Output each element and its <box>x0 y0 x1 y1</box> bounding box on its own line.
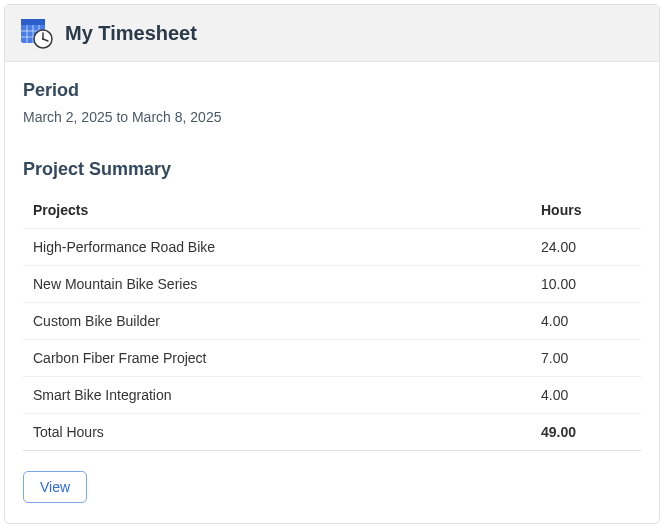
table-header-row: Projects Hours <box>23 192 641 229</box>
project-cell: High-Performance Road Bike <box>23 229 531 266</box>
total-hours: 49.00 <box>531 414 641 451</box>
col-projects: Projects <box>23 192 531 229</box>
project-cell: Custom Bike Builder <box>23 303 531 340</box>
project-cell: New Mountain Bike Series <box>23 266 531 303</box>
timesheet-clock-icon <box>21 17 53 49</box>
hours-cell: 4.00 <box>531 377 641 414</box>
period-label: Period <box>23 80 641 101</box>
card-header: My Timesheet <box>5 5 659 62</box>
hours-cell: 7.00 <box>531 340 641 377</box>
table-total-row: Total Hours 49.00 <box>23 414 641 451</box>
project-summary-table: Projects Hours High-Performance Road Bik… <box>23 192 641 451</box>
project-cell: Smart Bike Integration <box>23 377 531 414</box>
table-row: Carbon Fiber Frame Project 7.00 <box>23 340 641 377</box>
summary-label: Project Summary <box>23 159 641 180</box>
hours-cell: 10.00 <box>531 266 641 303</box>
card-body: Period March 2, 2025 to March 8, 2025 Pr… <box>5 62 659 523</box>
table-row: Smart Bike Integration 4.00 <box>23 377 641 414</box>
col-hours: Hours <box>531 192 641 229</box>
table-row: High-Performance Road Bike 24.00 <box>23 229 641 266</box>
table-row: Custom Bike Builder 4.00 <box>23 303 641 340</box>
period-text: March 2, 2025 to March 8, 2025 <box>23 109 641 125</box>
svg-point-10 <box>42 38 44 40</box>
hours-cell: 4.00 <box>531 303 641 340</box>
svg-rect-1 <box>21 19 45 25</box>
table-row: New Mountain Bike Series 10.00 <box>23 266 641 303</box>
hours-cell: 24.00 <box>531 229 641 266</box>
project-cell: Carbon Fiber Frame Project <box>23 340 531 377</box>
total-label: Total Hours <box>23 414 531 451</box>
view-button[interactable]: View <box>23 471 87 503</box>
timesheet-card: My Timesheet Period March 2, 2025 to Mar… <box>4 4 660 524</box>
card-title: My Timesheet <box>65 22 197 45</box>
